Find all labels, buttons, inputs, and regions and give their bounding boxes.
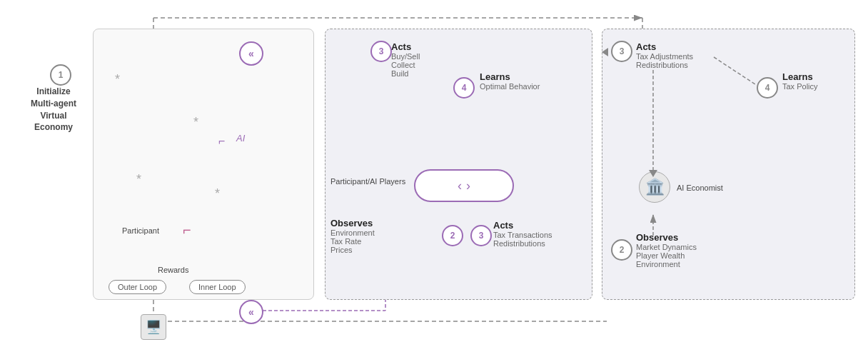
- chevron-circle-bottom: «: [239, 300, 263, 324]
- asterisk-2: *: [193, 115, 198, 130]
- ai-label: AI: [236, 133, 245, 144]
- observes-label-participant: Observes EnvironmentTax RatePrices: [330, 218, 375, 254]
- participant-label: Participant: [122, 226, 159, 236]
- init-label: InitializeMulti-agentVirtual Economy: [21, 86, 86, 134]
- acts-label-economist: Acts Tax AdjustmentsRedistributions: [636, 41, 693, 69]
- participant-icon: ⌐: [183, 222, 191, 238]
- chevron-right-icon: ›: [466, 178, 470, 193]
- badge-3-economist-acts: 3: [611, 41, 632, 62]
- ai-corner-icon: ⌐: [218, 135, 225, 148]
- acts-tax-label: Acts Tax TransactionsRedistributions: [493, 220, 552, 248]
- badge-2-observes: 2: [442, 225, 463, 246]
- badge-3-acts: 3: [370, 41, 392, 62]
- badge-1: 1: [50, 64, 71, 86]
- acts-label-participant: Acts Buy/SellCollectBuild: [391, 41, 420, 78]
- badge-4-learns: 4: [453, 77, 475, 99]
- participant-agents-box: [325, 29, 592, 300]
- capitol-icon: 🏛️: [639, 171, 670, 203]
- asterisk-1: *: [115, 72, 120, 87]
- left-arrow-economist: [602, 48, 608, 56]
- rewards-label: Rewards: [158, 265, 188, 276]
- virtual-economy-box: * * * * AI ⌐ Participant ⌐ Rewards: [93, 29, 314, 300]
- outer-loop-tag: Outer Loop: [108, 280, 166, 294]
- asterisk-rewards: *: [215, 186, 220, 201]
- server-icon-bottom: 🖥️: [141, 314, 166, 340]
- learns-tax-label: Learns Tax Policy: [782, 71, 818, 91]
- chevron-left-icon: ‹: [458, 178, 462, 193]
- learns-optimal-label: Learns Optimal Behavior: [480, 71, 540, 91]
- badge-4-economist-learns: 4: [757, 77, 778, 99]
- chevron-circle-top: «: [239, 41, 263, 66]
- diagram: 1 InitializeMulti-agentVirtual Economy 🖥…: [0, 0, 868, 357]
- inner-loop-tag: Inner Loop: [189, 280, 246, 294]
- ai-economist-label: AI Economist: [677, 183, 723, 193]
- observes-label-economist: Observes Market DynamicsPlayer WealthEnv…: [636, 232, 697, 268]
- player-capsule: ‹ ›: [414, 169, 514, 202]
- badge-3-acts-tax: 3: [470, 225, 492, 246]
- players-label: Participant/AI Players: [330, 176, 405, 187]
- asterisk-3: *: [136, 172, 141, 187]
- badge-2-economist-observes: 2: [611, 239, 632, 261]
